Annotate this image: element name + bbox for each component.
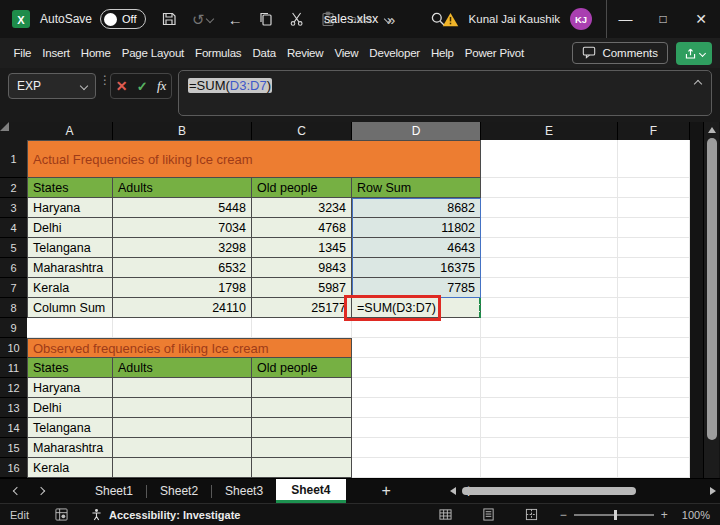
scroll-left-icon[interactable]: [450, 487, 456, 495]
cell-F8[interactable]: [618, 298, 690, 318]
cell-A2[interactable]: States: [27, 178, 113, 198]
cell-A8[interactable]: Column Sum: [27, 298, 113, 318]
cell-E11[interactable]: [481, 358, 618, 378]
cell-D2[interactable]: Row Sum: [352, 178, 481, 198]
maximize-button[interactable]: □: [644, 0, 682, 38]
cell-D3[interactable]: 8682: [352, 198, 481, 218]
close-button[interactable]: ✕: [682, 0, 720, 38]
cell-D16[interactable]: [352, 458, 481, 478]
cell-B4[interactable]: 7034: [113, 218, 252, 238]
cell-F9[interactable]: [618, 318, 690, 338]
cell-C12[interactable]: [252, 378, 352, 398]
cell-D15[interactable]: [352, 438, 481, 458]
next-sheet-icon[interactable]: [37, 487, 45, 495]
cell-E15[interactable]: [481, 438, 618, 458]
column-header-B[interactable]: B: [113, 122, 252, 140]
zoom-level[interactable]: 100%: [682, 509, 710, 521]
cell-C3[interactable]: 3234: [252, 198, 352, 218]
cell-A14[interactable]: Telangana: [27, 418, 113, 438]
cell-F12[interactable]: [618, 378, 690, 398]
cell-D5[interactable]: 4643: [352, 238, 481, 258]
new-sheet-button[interactable]: +: [382, 482, 391, 500]
cell-E2[interactable]: [481, 178, 618, 198]
page-layout-view-icon[interactable]: [482, 508, 495, 521]
row-header-4[interactable]: 4: [0, 218, 27, 238]
cell-F13[interactable]: [618, 398, 690, 418]
formula-input[interactable]: =SUM(D3:D7): [178, 70, 712, 116]
row-header-13[interactable]: 13: [0, 398, 27, 418]
previous-sheet-icon[interactable]: [13, 487, 21, 495]
cell-F16[interactable]: [618, 458, 690, 478]
cell-C7[interactable]: 5987: [252, 278, 352, 298]
tab-power-pivot[interactable]: Power Pivot: [459, 38, 529, 68]
row-header-9[interactable]: 9: [0, 318, 27, 338]
cell-F10[interactable]: [618, 338, 690, 358]
cell-A15[interactable]: Maharashtra: [27, 438, 113, 458]
cell-C15[interactable]: [252, 438, 352, 458]
cell-D12[interactable]: [352, 378, 481, 398]
sheet-tab-sheet4[interactable]: Sheet4: [276, 479, 345, 503]
tab-formulas[interactable]: Formulas: [190, 38, 247, 68]
cell-B5[interactable]: 3298: [113, 238, 252, 258]
save-icon[interactable]: [161, 11, 177, 27]
cell-E16[interactable]: [481, 458, 618, 478]
sheet-tab-sheet3[interactable]: Sheet3: [212, 479, 276, 503]
cell-C16[interactable]: [252, 458, 352, 478]
zoom-slider[interactable]: [574, 514, 654, 516]
cell-C2[interactable]: Old people: [252, 178, 352, 198]
cell-F11[interactable]: [618, 358, 690, 378]
row-header-16[interactable]: 16: [0, 458, 27, 478]
user-name[interactable]: Kunal Jai Kaushik: [469, 13, 560, 25]
cell-E7[interactable]: [481, 278, 618, 298]
cell-B13[interactable]: [113, 398, 252, 418]
tab-developer[interactable]: Developer: [364, 38, 426, 68]
cell-D6[interactable]: 16375: [352, 258, 481, 278]
scroll-right-icon[interactable]: [710, 487, 716, 495]
cell-F4[interactable]: [618, 218, 690, 238]
cell-F7[interactable]: [618, 278, 690, 298]
cell-E1[interactable]: [481, 140, 618, 178]
cell-C8[interactable]: 25177: [252, 298, 352, 318]
cell-B6[interactable]: 6532: [113, 258, 252, 278]
tab-help[interactable]: Help: [425, 38, 459, 68]
cell-F3[interactable]: [618, 198, 690, 218]
row-header-7[interactable]: 7: [0, 278, 27, 298]
row-header-3[interactable]: 3: [0, 198, 27, 218]
avatar[interactable]: KJ: [570, 8, 592, 30]
cell-C9[interactable]: [252, 318, 352, 338]
cell-B12[interactable]: [113, 378, 252, 398]
name-box[interactable]: EXP: [8, 73, 96, 99]
row-header-6[interactable]: 6: [0, 258, 27, 278]
cell-F15[interactable]: [618, 438, 690, 458]
column-header-F[interactable]: F: [618, 122, 690, 140]
cell-E13[interactable]: [481, 398, 618, 418]
cell-D7[interactable]: 7785: [352, 278, 481, 298]
cell-C14[interactable]: [252, 418, 352, 438]
cell-A11[interactable]: States: [27, 358, 113, 378]
tab-insert[interactable]: Insert: [37, 38, 76, 68]
cell-B8[interactable]: 24110: [113, 298, 252, 318]
cell-E9[interactable]: [481, 318, 618, 338]
column-header-E[interactable]: E: [481, 122, 618, 140]
cell-E12[interactable]: [481, 378, 618, 398]
cell-F2[interactable]: [618, 178, 690, 198]
undo-icon[interactable]: ↺: [192, 12, 213, 27]
cell-B16[interactable]: [113, 458, 252, 478]
cell-D14[interactable]: [352, 418, 481, 438]
document-title[interactable]: sales.xlsx: [324, 0, 391, 38]
cell-A1[interactable]: Actual Frequencies of liking Ice cream: [27, 140, 481, 178]
vertical-scrollbar[interactable]: [703, 122, 719, 478]
cell-C6[interactable]: 9843: [252, 258, 352, 278]
cell-B15[interactable]: [113, 438, 252, 458]
row-header-5[interactable]: 5: [0, 238, 27, 258]
row-header-12[interactable]: 12: [0, 378, 27, 398]
autosave-toggle[interactable]: Off: [100, 9, 146, 29]
horizontal-scrollbar-thumb[interactable]: [462, 487, 636, 495]
copy-icon[interactable]: [258, 11, 274, 27]
zoom-in-button[interactable]: +: [661, 508, 668, 522]
cell-B11[interactable]: Adults: [113, 358, 252, 378]
tab-review[interactable]: Review: [281, 38, 329, 68]
cell-D13[interactable]: [352, 398, 481, 418]
horizontal-scrollbar[interactable]: [450, 482, 716, 500]
cell-A5[interactable]: Telangana: [27, 238, 113, 258]
